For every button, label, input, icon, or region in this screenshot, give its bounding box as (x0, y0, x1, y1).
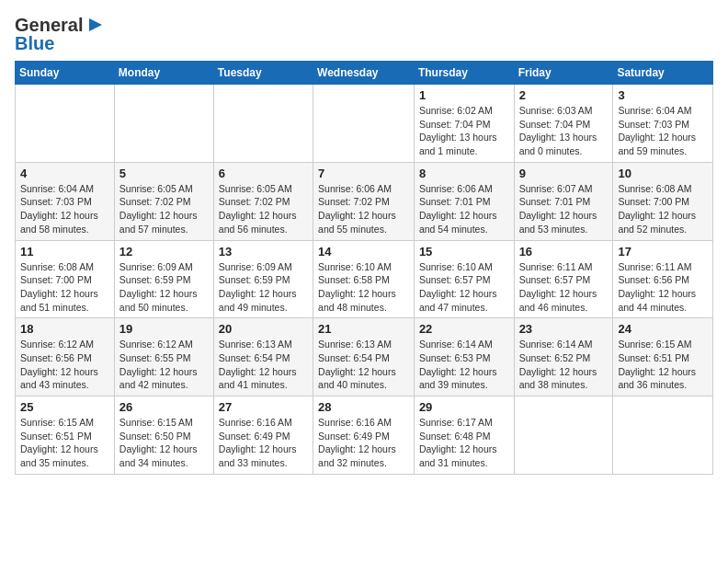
day-info: Sunrise: 6:16 AM Sunset: 6:49 PM Dayligh… (318, 416, 409, 470)
calendar-cell: 19Sunrise: 6:12 AM Sunset: 6:55 PM Dayli… (114, 318, 213, 396)
day-number: 22 (419, 322, 509, 336)
day-number: 8 (419, 167, 509, 180)
day-number: 18 (20, 322, 109, 336)
calendar-cell: 7Sunrise: 6:06 AM Sunset: 7:02 PM Daylig… (313, 162, 415, 240)
day-info: Sunrise: 6:12 AM Sunset: 6:56 PM Dayligh… (20, 338, 109, 392)
day-info: Sunrise: 6:11 AM Sunset: 6:57 PM Dayligh… (519, 260, 609, 315)
day-header-sunday: Sunday (16, 62, 115, 85)
day-number: 15 (419, 245, 509, 259)
day-number: 29 (419, 400, 509, 414)
day-info: Sunrise: 6:08 AM Sunset: 7:00 PM Dayligh… (20, 260, 109, 315)
day-info: Sunrise: 6:15 AM Sunset: 6:50 PM Dayligh… (119, 416, 209, 470)
day-number: 11 (20, 245, 109, 259)
day-number: 9 (519, 167, 609, 180)
day-info: Sunrise: 6:13 AM Sunset: 6:54 PM Dayligh… (318, 338, 409, 392)
day-header-friday: Friday (514, 62, 613, 85)
day-number: 21 (318, 322, 409, 336)
calendar-cell: 5Sunrise: 6:05 AM Sunset: 7:02 PM Daylig… (114, 162, 213, 240)
day-info: Sunrise: 6:15 AM Sunset: 6:51 PM Dayligh… (20, 416, 109, 470)
day-info: Sunrise: 6:09 AM Sunset: 6:59 PM Dayligh… (219, 260, 308, 315)
day-number: 28 (318, 400, 409, 414)
calendar-cell: 12Sunrise: 6:09 AM Sunset: 6:59 PM Dayli… (114, 240, 213, 318)
day-number: 3 (618, 88, 708, 102)
calendar-cell: 3Sunrise: 6:04 AM Sunset: 7:03 PM Daylig… (613, 85, 713, 163)
logo: General Blue (15, 15, 106, 53)
calendar-cell (114, 85, 213, 163)
calendar-cell: 1Sunrise: 6:02 AM Sunset: 7:04 PM Daylig… (414, 85, 514, 163)
day-info: Sunrise: 6:16 AM Sunset: 6:49 PM Dayligh… (219, 416, 308, 470)
calendar-cell: 11Sunrise: 6:08 AM Sunset: 7:00 PM Dayli… (16, 240, 115, 318)
day-info: Sunrise: 6:17 AM Sunset: 6:48 PM Dayligh… (419, 416, 509, 470)
calendar-cell: 4Sunrise: 6:04 AM Sunset: 7:03 PM Daylig… (16, 162, 115, 240)
calendar-table: SundayMondayTuesdayWednesdayThursdayFrid… (15, 61, 713, 475)
calendar-cell: 18Sunrise: 6:12 AM Sunset: 6:56 PM Dayli… (16, 318, 115, 396)
logo-container: General Blue (15, 15, 106, 53)
calendar-header-row: SundayMondayTuesdayWednesdayThursdayFrid… (16, 62, 713, 85)
day-number: 12 (119, 245, 209, 259)
day-info: Sunrise: 6:05 AM Sunset: 7:02 PM Dayligh… (219, 182, 308, 236)
calendar-cell: 29Sunrise: 6:17 AM Sunset: 6:48 PM Dayli… (414, 396, 514, 475)
day-info: Sunrise: 6:15 AM Sunset: 6:51 PM Dayligh… (618, 338, 708, 392)
day-info: Sunrise: 6:14 AM Sunset: 6:53 PM Dayligh… (419, 338, 509, 392)
day-info: Sunrise: 6:11 AM Sunset: 6:56 PM Dayligh… (618, 260, 708, 315)
day-info: Sunrise: 6:08 AM Sunset: 7:00 PM Dayligh… (618, 182, 708, 236)
day-info: Sunrise: 6:04 AM Sunset: 7:03 PM Dayligh… (20, 182, 109, 236)
day-number: 25 (20, 400, 109, 414)
calendar-cell (613, 396, 713, 475)
calendar-cell: 2Sunrise: 6:03 AM Sunset: 7:04 PM Daylig… (514, 85, 613, 163)
day-number: 17 (618, 245, 708, 259)
day-info: Sunrise: 6:06 AM Sunset: 7:01 PM Dayligh… (419, 182, 509, 236)
calendar-cell (213, 85, 313, 163)
day-number: 19 (119, 322, 209, 336)
calendar-cell: 16Sunrise: 6:11 AM Sunset: 6:57 PM Dayli… (514, 240, 613, 318)
day-info: Sunrise: 6:06 AM Sunset: 7:02 PM Dayligh… (318, 182, 409, 236)
day-number: 1 (419, 88, 509, 102)
calendar-week-5: 25Sunrise: 6:15 AM Sunset: 6:51 PM Dayli… (16, 396, 713, 475)
day-info: Sunrise: 6:05 AM Sunset: 7:02 PM Dayligh… (119, 182, 209, 236)
calendar-cell: 21Sunrise: 6:13 AM Sunset: 6:54 PM Dayli… (313, 318, 415, 396)
day-number: 5 (119, 167, 209, 180)
logo-arrow-icon (85, 15, 106, 35)
day-info: Sunrise: 6:09 AM Sunset: 6:59 PM Dayligh… (119, 260, 209, 315)
day-header-tuesday: Tuesday (213, 62, 313, 85)
calendar-cell: 27Sunrise: 6:16 AM Sunset: 6:49 PM Dayli… (213, 396, 313, 475)
calendar-week-1: 1Sunrise: 6:02 AM Sunset: 7:04 PM Daylig… (16, 85, 713, 163)
day-number: 14 (318, 245, 409, 259)
day-info: Sunrise: 6:10 AM Sunset: 6:57 PM Dayligh… (419, 260, 509, 315)
calendar-week-2: 4Sunrise: 6:04 AM Sunset: 7:03 PM Daylig… (16, 162, 713, 240)
day-number: 24 (618, 322, 708, 336)
calendar-cell: 26Sunrise: 6:15 AM Sunset: 6:50 PM Dayli… (114, 396, 213, 475)
day-number: 7 (318, 167, 409, 180)
day-number: 20 (219, 322, 308, 336)
page-header: General Blue (15, 15, 713, 53)
calendar-cell: 10Sunrise: 6:08 AM Sunset: 7:00 PM Dayli… (613, 162, 713, 240)
calendar-cell: 14Sunrise: 6:10 AM Sunset: 6:58 PM Dayli… (313, 240, 415, 318)
day-number: 16 (519, 245, 609, 259)
day-header-thursday: Thursday (414, 62, 514, 85)
day-number: 13 (219, 245, 308, 259)
calendar-cell: 8Sunrise: 6:06 AM Sunset: 7:01 PM Daylig… (414, 162, 514, 240)
calendar-cell: 28Sunrise: 6:16 AM Sunset: 6:49 PM Dayli… (313, 396, 415, 475)
svg-marker-0 (89, 18, 102, 31)
calendar-cell: 20Sunrise: 6:13 AM Sunset: 6:54 PM Dayli… (213, 318, 313, 396)
calendar-cell: 24Sunrise: 6:15 AM Sunset: 6:51 PM Dayli… (613, 318, 713, 396)
day-number: 26 (119, 400, 209, 414)
calendar-cell: 13Sunrise: 6:09 AM Sunset: 6:59 PM Dayli… (213, 240, 313, 318)
day-info: Sunrise: 6:12 AM Sunset: 6:55 PM Dayligh… (119, 338, 209, 392)
day-info: Sunrise: 6:03 AM Sunset: 7:04 PM Dayligh… (519, 104, 609, 158)
day-number: 2 (519, 88, 609, 102)
day-number: 6 (219, 167, 308, 180)
calendar-cell: 25Sunrise: 6:15 AM Sunset: 6:51 PM Dayli… (16, 396, 115, 475)
calendar-cell: 22Sunrise: 6:14 AM Sunset: 6:53 PM Dayli… (414, 318, 514, 396)
day-info: Sunrise: 6:04 AM Sunset: 7:03 PM Dayligh… (618, 104, 708, 158)
day-header-saturday: Saturday (613, 62, 713, 85)
calendar-week-3: 11Sunrise: 6:08 AM Sunset: 7:00 PM Dayli… (16, 240, 713, 318)
calendar-cell: 9Sunrise: 6:07 AM Sunset: 7:01 PM Daylig… (514, 162, 613, 240)
calendar-cell (514, 396, 613, 475)
day-info: Sunrise: 6:07 AM Sunset: 7:01 PM Dayligh… (519, 182, 609, 236)
day-number: 23 (519, 322, 609, 336)
calendar-cell: 17Sunrise: 6:11 AM Sunset: 6:56 PM Dayli… (613, 240, 713, 318)
day-info: Sunrise: 6:13 AM Sunset: 6:54 PM Dayligh… (219, 338, 308, 392)
day-number: 4 (20, 167, 109, 180)
day-number: 10 (618, 167, 708, 180)
